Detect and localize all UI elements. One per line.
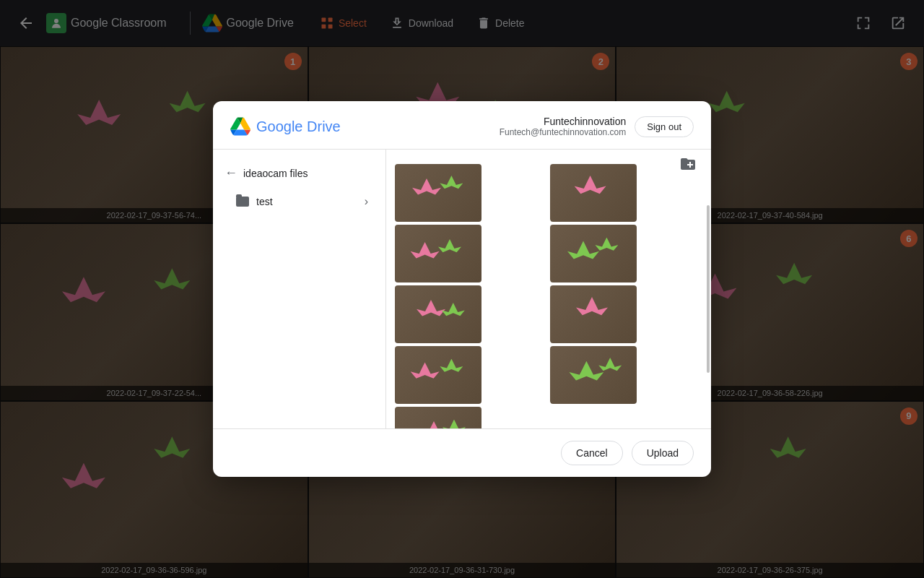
folder-icon-test	[236, 197, 249, 207]
modal-logo-google: Google	[256, 118, 307, 134]
sidebar-item-test-chevron: ›	[365, 195, 368, 208]
folder-path-label: ideaocam files	[243, 168, 308, 179]
modal-drive-logo	[230, 116, 250, 137]
modal-content-area	[386, 150, 711, 428]
modal-thumb-5[interactable]	[395, 285, 481, 343]
modal-sidebar: ← ideaocam files test ›	[213, 150, 386, 428]
sidebar-item-test-left: test	[236, 196, 273, 207]
modal-scrollbar-thumb[interactable]	[707, 205, 710, 373]
new-folder-button[interactable]	[679, 155, 697, 176]
modal-user-name: Funtechinnovation	[500, 116, 627, 127]
modal-thumb-4[interactable]	[550, 225, 637, 282]
modal-thumb-8[interactable]	[550, 346, 637, 404]
modal-logo: Google Drive	[230, 116, 341, 137]
signout-button[interactable]: Sign out	[635, 116, 694, 137]
modal-logo-text: Google Drive	[256, 118, 341, 135]
modal-thumb-3[interactable]	[395, 225, 481, 282]
modal-thumb-7[interactable]	[395, 346, 481, 404]
modal-user-info: Funtechinnovation Funtech@funtechinnovat…	[500, 116, 627, 137]
modal-thumb-1[interactable]	[395, 164, 481, 222]
modal-thumb-2[interactable]	[550, 164, 637, 222]
modal-footer: Cancel Upload	[213, 428, 711, 477]
modal-overlay: Google Drive Funtechinnovation Funtech@f…	[0, 0, 924, 578]
google-drive-modal: Google Drive Funtechinnovation Funtech@f…	[213, 101, 711, 477]
sidebar-back-arrow[interactable]: ←	[225, 165, 237, 181]
modal-sidebar-header: ← ideaocam files	[213, 158, 385, 188]
sidebar-item-test-label: test	[256, 196, 273, 207]
modal-image-grid	[395, 164, 702, 428]
modal-user-section: Funtechinnovation Funtech@funtechinnovat…	[500, 116, 694, 137]
modal-scrollbar-track[interactable]	[705, 150, 711, 428]
modal-body: ← ideaocam files test ›	[213, 150, 711, 428]
modal-thumb-9[interactable]	[395, 407, 481, 428]
cancel-button[interactable]: Cancel	[561, 441, 623, 465]
modal-logo-drive: Drive	[307, 118, 341, 134]
modal-thumb-6[interactable]	[550, 285, 637, 343]
upload-button[interactable]: Upload	[632, 441, 694, 465]
sidebar-item-test[interactable]: test ›	[213, 188, 380, 215]
modal-header: Google Drive Funtechinnovation Funtech@f…	[213, 101, 711, 150]
modal-user-email: Funtech@funtechinnovation.com	[500, 127, 627, 137]
